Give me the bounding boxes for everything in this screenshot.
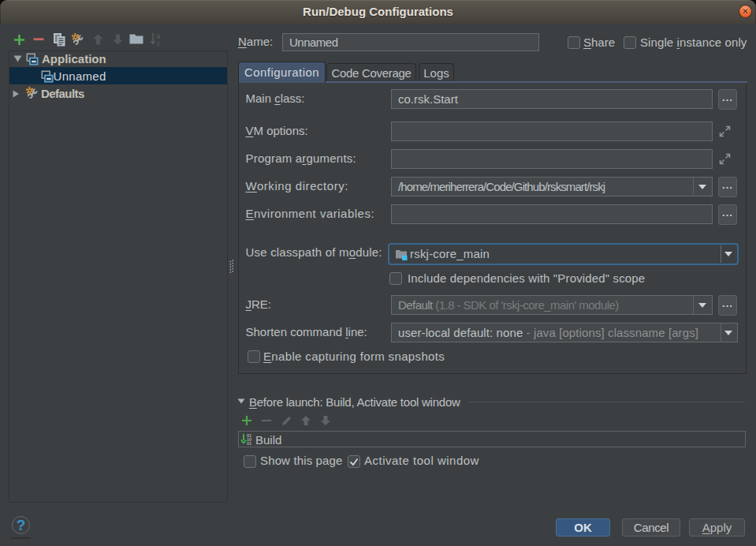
svg-text:01: 01 [247, 441, 251, 445]
svg-text:z: z [157, 39, 160, 47]
